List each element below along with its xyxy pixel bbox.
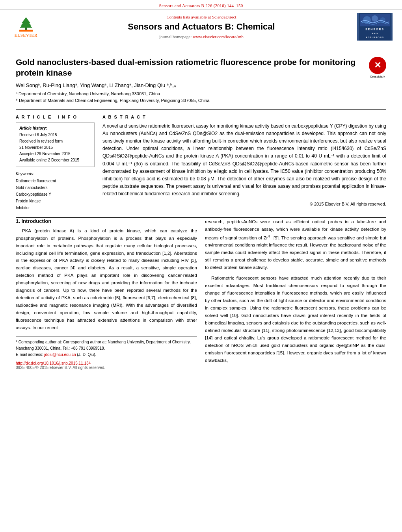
body-right-col: research, peptide-AuNCs were used as eff… [205, 218, 386, 370]
body-section: 1. Introduction PKA (protein kinase A) i… [16, 218, 386, 370]
journal-title-area: Contents lists available at ScienceDirec… [46, 15, 357, 39]
received-date: Received 6 July 2015 [19, 132, 91, 138]
homepage-link[interactable]: www.elsevier.com/locate/snb [193, 34, 244, 39]
authors: Wei Songᵃ, Ru-Ping Liangᵃ, Ying Wangᵃ, L… [16, 82, 386, 88]
svg-text:AND: AND [372, 32, 378, 35]
history-label: Article history: [19, 126, 91, 130]
sensors-actuators-logo: SENSORS AND ACTUATORS [357, 13, 393, 41]
article-info-abstract-section: A R T I C L E I N F O Article history: R… [16, 109, 386, 211]
crossmark-badge: ✕ CrossMark [369, 57, 386, 78]
intro-heading: 1. Introduction [16, 218, 197, 224]
keyword-1: Ratiometric fluorescent [16, 178, 95, 184]
intro-paragraph-2: research, peptide-AuNCs were used as eff… [205, 218, 386, 364]
svg-point-8 [372, 15, 378, 22]
journal-homepage: journal homepage: www.elsevier.com/locat… [46, 34, 357, 39]
svg-rect-4 [19, 30, 33, 31]
article-info-heading: A R T I C L E I N F O [16, 115, 95, 119]
keywords-block: Keywords: Ratiometric fluorescent Gold n… [16, 172, 95, 211]
accepted-date: Accepted 29 November 2015 [19, 151, 91, 157]
elsevier-label: ELSEVIER [15, 33, 38, 37]
main-content: Gold nanoclusters-based dual-emission ra… [0, 44, 402, 378]
keyword-2: Gold nanoclusters [16, 184, 95, 191]
email-link[interactable]: jdqiu@ncu.edu.cn [44, 352, 76, 357]
journal-title: Sensors and Actuators B: Chemical [46, 22, 357, 32]
left-column: A R T I C L E I N F O Article history: R… [16, 115, 95, 211]
svg-text:SENSORS: SENSORS [365, 28, 384, 31]
affiliation-b: ᵇ Department of Materials and Chemical E… [16, 98, 386, 103]
issn-line: 0925-4005/© 2015 Elsevier B.V. All right… [16, 365, 197, 370]
abstract-text: A novel and sensitive ratiometric fluore… [102, 122, 386, 198]
footnote-corresponding: * Corresponding author at: Corresponding… [16, 339, 197, 352]
doi-link[interactable]: http://dx.doi.org/10.1016/j.snb.2015.11.… [16, 361, 91, 365]
svg-marker-3 [20, 21, 32, 28]
article-title-section: Gold nanoclusters-based dual-emission ra… [16, 57, 386, 78]
elsevier-logo: ELSEVIER [6, 15, 46, 39]
revised-date: 21 November 2015 [19, 145, 91, 151]
body-left-col: 1. Introduction PKA (protein kinase A) i… [16, 218, 197, 370]
abstract-heading: A B S T R A C T [102, 115, 386, 119]
received-revised-label: Received in revised form [19, 138, 91, 145]
article-history-block: Article history: Received 6 July 2015 Re… [16, 122, 95, 167]
footnote-email: E-mail address: jdqiu@ncu.edu.cn (J.-D. … [16, 352, 197, 358]
keyword-5: Inhibitor [16, 204, 95, 211]
journal-citation: Sensors and Actuators B 226 (2016) 144–1… [0, 0, 402, 9]
article-title: Gold nanoclusters-based dual-emission ra… [16, 57, 386, 78]
keyword-3: Carboxypeptidase Y [16, 191, 95, 198]
footnote-area: * Corresponding author at: Corresponding… [16, 336, 197, 358]
intro-paragraph-1: PKA (protein kinase A) is a kind of prot… [16, 227, 197, 332]
keyword-4: Protein kinase [16, 198, 95, 204]
keywords-label: Keywords: [16, 172, 95, 176]
doi-line: http://dx.doi.org/10.1016/j.snb.2015.11.… [16, 361, 197, 365]
svg-text:ACTUATORS: ACTUATORS [366, 36, 384, 39]
copyright: © 2015 Elsevier B.V. All rights reserved… [102, 202, 386, 206]
available-date: Available online 2 December 2015 [19, 157, 91, 163]
affiliation-a: ᵃ Department of Chemistry, Nanchang Univ… [16, 91, 386, 96]
right-column: A B S T R A C T A novel and sensitive ra… [102, 115, 386, 211]
svg-point-7 [363, 16, 371, 24]
journal-header: ELSEVIER Contents lists available at Sci… [0, 9, 402, 44]
contents-line: Contents lists available at ScienceDirec… [46, 15, 357, 19]
